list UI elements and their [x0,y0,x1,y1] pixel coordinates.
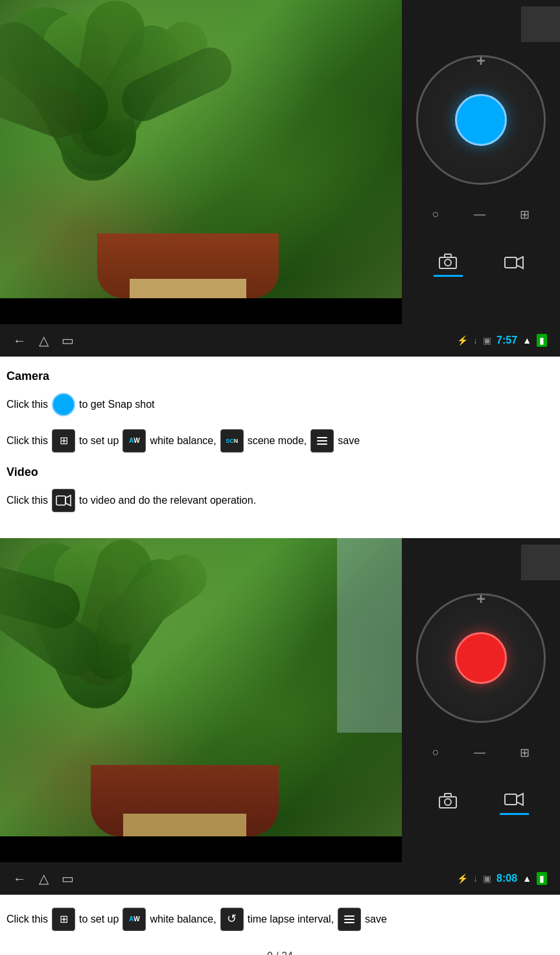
download-icon-bottom: ↓ [473,873,478,884]
video-mode-button-top[interactable] [500,248,529,277]
battery-icon-top: ▮ [537,334,547,347]
battery-icon-bottom: ▮ [537,872,547,885]
bottom-content-area: Click this ⊞ to set up AW white balance,… [0,895,560,955]
vid-settings-prefix: Click this [6,912,48,926]
svg-rect-3 [505,257,517,268]
vid-timelapse-suffix: time lapse interval, [248,912,334,926]
svg-rect-6 [317,440,327,442]
svg-rect-12 [445,794,451,797]
video-title: Video [6,466,554,479]
dark-square-top [521,6,560,42]
record-button-bottom[interactable] [455,632,507,684]
svg-rect-13 [505,794,517,805]
video-settings-instruction: Click this ⊞ to set up AW white balance,… [6,908,554,931]
dash-ctrl-top: — [474,207,485,222]
nav-bar-top: ← △ ▭ ⚡ ↓ ▣ 7:57 ▲ ▮ [0,324,560,357]
svg-rect-5 [317,437,327,438]
menu-icon-video[interactable] [338,908,361,931]
circle-ctrl-bottom: ○ [432,746,439,760]
settings-icon-camera[interactable]: ⊞ [52,429,75,453]
video-prefix: Click this [6,493,48,508]
svg-point-11 [445,799,451,805]
bottom-screenshot: + ○ — ⊞ [0,538,560,895]
usb-icon-top: ⚡ [457,335,468,346]
scene-mode-icon-camera[interactable]: SCN [220,429,244,453]
svg-rect-16 [344,919,355,920]
video-mode-button-bottom[interactable] [500,786,529,815]
download-icon-top: ↓ [473,335,478,346]
recent-icon-bottom[interactable]: ▭ [62,871,74,886]
nav-bar-bottom: ← △ ▭ ⚡ ↓ ▣ 8:08 ▲ ▮ [0,862,560,895]
snapshot-suffix: to get Snap shot [79,397,155,412]
circle-ctrl-top: ○ [432,207,439,222]
camera-controls-bottom: + ○ — ⊞ [402,538,560,862]
white-balance-icon-video[interactable]: AW [122,908,146,931]
snapshot-instruction: Click this to get Snap shot [6,393,554,416]
svg-rect-15 [344,915,355,917]
top-screenshot: + ○ — ⊞ [0,0,560,357]
time-top: 7:57 [496,335,517,346]
camera-section: Camera Click this to get Snap shot Click… [6,370,554,453]
camera-controls-top: + ○ — ⊞ [402,0,560,324]
wifi-icon-bottom: ▲ [522,873,531,884]
shutter-button-top[interactable] [455,94,507,146]
svg-marker-9 [65,495,71,506]
camera-preview-top [0,0,402,298]
white-balance-icon-camera[interactable]: AW [122,429,146,453]
small-controls-bottom: ○ — ⊞ [402,742,560,763]
snapshot-prefix: Click this [6,397,48,412]
camera-settings-instruction: Click this ⊞ to set up AW white balance,… [6,429,554,453]
cam-settings-prefix: Click this [6,434,48,448]
cam-scene-suffix: scene mode, [248,434,307,448]
dash-ctrl-bottom: — [474,746,485,760]
zoom-plus-bottom[interactable]: + [476,590,485,608]
settings-icon-video[interactable]: ⊞ [52,908,75,931]
photo-mode-button-bottom[interactable] [434,786,463,815]
video-section: Video Click this to video and do the rel… [6,466,554,512]
svg-rect-2 [445,254,451,257]
cam-wb-suffix: white balance, [150,434,216,448]
vid-settings-middle: to set up [79,912,119,926]
vid-wb-suffix: white balance, [150,912,216,926]
svg-marker-14 [517,794,523,805]
back-icon-top[interactable]: ← [13,333,26,348]
mode-buttons-top [402,241,560,283]
menu-icon-camera[interactable] [310,429,334,453]
back-icon-bottom[interactable]: ← [13,871,26,886]
settings-ctrl-bottom[interactable]: ⊞ [520,746,530,760]
camera-roll-icon-bottom: ▣ [483,873,491,884]
svg-point-1 [445,259,451,266]
home-icon-bottom[interactable]: △ [39,871,49,886]
camera-preview-bottom [0,538,402,836]
zoom-plus-top[interactable]: + [476,52,485,70]
content-area: Camera Click this to get Snap shot Click… [0,357,560,538]
usb-icon-bottom: ⚡ [457,873,468,884]
mode-buttons-bottom [402,779,560,821]
camera-title: Camera [6,370,554,383]
wifi-icon-top: ▲ [522,335,531,346]
video-instruction: Click this to video and do the relevant … [6,489,554,512]
cam-save-suffix: save [338,434,360,448]
time-bottom: 8:08 [496,873,517,884]
camera-roll-icon-top: ▣ [483,335,491,346]
vid-save-suffix: save [365,912,387,926]
video-mode-icon[interactable] [52,489,75,512]
dial-bottom[interactable]: + [416,593,546,742]
svg-rect-17 [344,922,355,923]
snapshot-icon[interactable] [52,393,75,416]
svg-rect-8 [56,496,65,505]
home-icon-top[interactable]: △ [39,333,49,348]
page-number: 9 / 24 [6,944,554,955]
photo-mode-button-top[interactable] [434,248,463,277]
dial-top[interactable]: + [416,55,546,204]
small-controls-top: ○ — ⊞ [402,204,560,225]
settings-ctrl-top[interactable]: ⊞ [520,207,530,222]
cam-settings-middle: to set up [79,434,119,448]
svg-marker-4 [517,257,523,268]
timelapse-icon-video[interactable]: ↺ [220,908,244,931]
svg-rect-7 [317,443,327,445]
recent-icon-top[interactable]: ▭ [62,333,74,348]
dark-square-bottom [521,545,560,580]
video-suffix: to video and do the relevant operation. [79,493,256,508]
